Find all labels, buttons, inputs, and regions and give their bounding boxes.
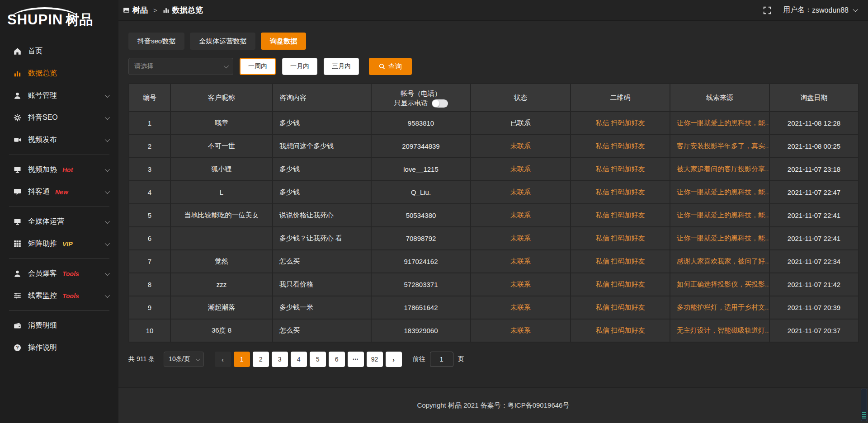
cell-source-link[interactable]: 如何正确选择投影仪，买投影... [670, 273, 769, 296]
cell-no: 2 [129, 135, 170, 158]
hot-badge: Hot [62, 166, 73, 174]
table-row: 7 觉然 怎么买 917024162 未联系 私信 扫码加好友 感谢大家喜欢我家… [129, 250, 859, 273]
cell-source-link[interactable]: 客厅安装投影半年多了，真实... [670, 135, 769, 158]
page-button-6[interactable]: 6 [329, 352, 345, 367]
cell-qr-link[interactable]: 私信 扫码加好友 [571, 227, 670, 250]
phone-only-toggle[interactable] [432, 99, 448, 108]
sidebar-item-label: 账号管理 [28, 91, 57, 100]
main-area: 树品 > 数据总览 用户名： zswodun88 抖音seo数据 全媒体运营数据… [118, 0, 868, 423]
cell-qr-link[interactable]: 私信 扫码加好友 [571, 273, 670, 296]
sidebar-menu: 首页 数据总览 账号管理 抖音SEO 视频发布 [0, 40, 118, 359]
cell-account: 70898792 [371, 227, 471, 250]
cell-date: 2021-11-07 20:39 [769, 296, 859, 319]
cell-content: 多少钱 [273, 158, 371, 181]
sidebar-item-data-overview[interactable]: 数据总览 [0, 62, 118, 85]
breadcrumb: 树品 > 数据总览 [123, 5, 203, 15]
range-quarter-button[interactable]: 三月内 [324, 58, 359, 75]
sidebar-item-video-publish[interactable]: 视频发布 [0, 129, 118, 151]
wallet-icon [14, 322, 21, 329]
sidebar-item-douketong[interactable]: 抖客通 New [0, 181, 118, 203]
cell-source-link[interactable]: 无主灯设计，智能磁吸轨道灯... [670, 319, 769, 342]
user-menu[interactable]: 用户名： zswodun88 [783, 5, 856, 15]
range-week-button[interactable]: 一周内 [240, 58, 276, 75]
sidebar-item-douyin-seo[interactable]: 抖音SEO [0, 107, 118, 129]
sidebar-item-account-management[interactable]: 账号管理 [0, 85, 118, 107]
next-page-button[interactable]: › [386, 352, 402, 367]
cell-qr-link[interactable]: 私信 扫码加好友 [571, 319, 670, 342]
cell-qr-link[interactable]: 私信 扫码加好友 [571, 181, 670, 204]
sidebar-item-matrix-boost[interactable]: 矩阵助推 VIP [0, 233, 118, 255]
breadcrumb-root[interactable]: 树品 [132, 5, 148, 15]
cell-content: 多少钱？让我死心 看 [273, 227, 371, 250]
cell-source-link[interactable]: 多功能护栏灯，适用于乡村文... [670, 296, 769, 319]
cell-qr-link[interactable]: 私信 扫码加好友 [571, 296, 670, 319]
sidebar-item-lead-monitor[interactable]: 线索监控 Tools [0, 285, 118, 307]
topbar: 树品 > 数据总览 用户名： zswodun88 [118, 0, 868, 21]
cell-status: 未联系 [471, 319, 571, 342]
chevron-down-icon [196, 357, 200, 361]
question-icon: ? [14, 344, 21, 352]
col-header-account: 帐号（电话） 只显示电话 [371, 84, 471, 112]
cell-qr-link[interactable]: 私信 扫码加好友 [571, 135, 670, 158]
tab-inquiry-data[interactable]: 询盘数据 [261, 33, 306, 50]
col-header-source: 线索来源 [670, 84, 769, 112]
cell-source-link[interactable]: 让你一眼就爱上的黑科技，能... [670, 112, 769, 135]
cell-qr-link[interactable]: 私信 扫码加好友 [571, 158, 670, 181]
cell-date: 2021-11-07 22:47 [769, 181, 859, 204]
video-camera-icon [14, 136, 21, 144]
cell-source-link[interactable]: 被大家追着问的客厅投影分享... [670, 158, 769, 181]
cell-source-link[interactable]: 让你一眼就爱上的黑科技，能... [670, 181, 769, 204]
cell-date: 2021-11-08 12:28 [769, 112, 859, 135]
more-pages-button[interactable]: ••• [348, 352, 364, 367]
chat-bubble-icon [14, 188, 21, 196]
tab-douyin-seo-data[interactable]: 抖音seo数据 [128, 33, 184, 50]
topbar-right: 用户名： zswodun88 [763, 5, 856, 15]
cell-source-link[interactable]: 让你一眼就爱上的黑科技，能... [670, 227, 769, 250]
table-row: 3 狐小狸 多少钱 love__1215 未联系 私信 扫码加好友 被大家追着问… [129, 158, 859, 181]
page-button-3[interactable]: 3 [272, 352, 288, 367]
content: 抖音seo数据 全媒体运营数据 询盘数据 请选择 一周内 一月内 三月内 查询 [118, 21, 868, 387]
goto-page-input[interactable] [430, 352, 453, 367]
page-button-4[interactable]: 4 [291, 352, 307, 367]
page-size-select[interactable]: 10条/页 [164, 352, 203, 367]
cell-account: 50534380 [371, 204, 471, 227]
sidebar-item-home[interactable]: 首页 [0, 40, 118, 62]
grid-icon [14, 240, 21, 248]
prev-page-button[interactable]: ‹ [215, 352, 231, 367]
goto-suffix: 页 [458, 355, 464, 363]
tools-badge: Tools [62, 270, 79, 277]
cell-date: 2021-11-08 00:25 [769, 135, 859, 158]
sidebar-item-instructions[interactable]: ? 操作说明 [0, 337, 118, 359]
cell-qr-link[interactable]: 私信 扫码加好友 [571, 112, 670, 135]
cell-source-link[interactable]: 感谢大家喜欢我家，被问了好... [670, 250, 769, 273]
filter-select[interactable]: 请选择 [128, 58, 233, 75]
page-button-5[interactable]: 5 [310, 352, 326, 367]
tab-omnimedia-data[interactable]: 全媒体运营数据 [190, 33, 255, 50]
cell-qr-link[interactable]: 私信 扫码加好友 [571, 204, 670, 227]
col-header-status: 状态 [471, 84, 571, 112]
sidebar-item-consumption-detail[interactable]: 消费明细 [0, 315, 118, 337]
side-widget[interactable] [861, 389, 867, 421]
chevron-down-icon [105, 218, 110, 223]
fullscreen-icon[interactable] [763, 6, 771, 14]
page-button-2[interactable]: 2 [253, 352, 269, 367]
copyright-text: Copyright 树品 2021 备案号：粤ICP备09019646号 [417, 401, 570, 410]
cell-no: 8 [129, 273, 170, 296]
chevron-down-icon [105, 92, 110, 97]
sidebar-item-member-burst[interactable]: 会员爆客 Tools [0, 263, 118, 285]
sidebar-item-omnimedia[interactable]: 全媒体运营 [0, 211, 118, 233]
cell-status: 未联系 [471, 250, 571, 273]
data-tabs: 抖音seo数据 全媒体运营数据 询盘数据 [128, 33, 859, 50]
col-header-nickname: 客户昵称 [170, 84, 273, 112]
cell-nickname [170, 227, 273, 250]
page-button-1[interactable]: 1 [234, 352, 250, 367]
sidebar-item-video-heat[interactable]: 视频加热 Hot [0, 159, 118, 181]
range-month-button[interactable]: 一月内 [282, 58, 317, 75]
query-button[interactable]: 查询 [369, 58, 412, 75]
sidebar-item-label: 线索监控 [28, 291, 57, 301]
sidebar-item-label: 首页 [28, 47, 42, 56]
cell-source-link[interactable]: 让你一眼就爱上的黑科技，能... [670, 204, 769, 227]
page-button-92[interactable]: 92 [367, 352, 383, 367]
svg-text:?: ? [16, 345, 19, 350]
cell-qr-link[interactable]: 私信 扫码加好友 [571, 250, 670, 273]
